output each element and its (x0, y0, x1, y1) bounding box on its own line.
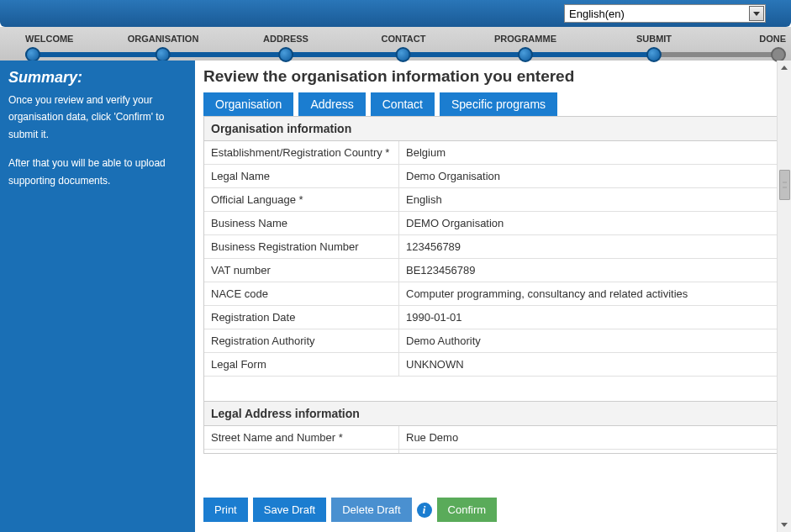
page-title: Review the organisation information you … (203, 67, 783, 86)
table-row: Registration Date1990-01-01 (204, 306, 782, 329)
progress-stepper: WELCOME ORGANISATION ADDRESS CONTACT PRO… (0, 27, 791, 61)
table-row: Official Language *English (204, 188, 782, 212)
table-row: Establishment/Registration Country *Belg… (204, 141, 782, 165)
tab-address[interactable]: Address (298, 92, 365, 116)
tab-organisation[interactable]: Organisation (203, 92, 293, 116)
main-content: Review the organisation information you … (195, 61, 791, 532)
step-address[interactable]: ADDRESS (263, 34, 308, 62)
review-table[interactable]: Organisation information Establishment/R… (203, 116, 783, 454)
action-bar: Print Save Draft Delete Draft i Confirm (203, 498, 497, 522)
step-line-inactive (654, 52, 774, 57)
svg-marker-0 (753, 12, 760, 16)
table-row: Business Registration Number123456789 (204, 235, 782, 259)
section-legal-address: Legal Address information (204, 402, 782, 426)
tab-contact[interactable]: Contact (371, 92, 435, 116)
step-submit[interactable]: SUBMIT (636, 34, 672, 62)
delete-draft-button[interactable]: Delete Draft (331, 498, 411, 522)
save-draft-button[interactable]: Save Draft (253, 498, 326, 522)
table-row: Street Name and Number *Rue Demo (204, 426, 782, 450)
table-row: VAT numberBE123456789 (204, 259, 782, 282)
sidebar-text-2: After that you will be able to upload su… (8, 155, 187, 189)
svg-marker-1 (781, 66, 788, 70)
sidebar-text-1: Once you review and verify your organisa… (8, 92, 187, 143)
tab-row: Organisation Address Contact Specific pr… (203, 92, 783, 116)
step-programme[interactable]: PROGRAMME (494, 34, 556, 62)
language-select[interactable]: English(en) (564, 4, 766, 23)
table-row: Business NameDEMO Organisation (204, 212, 782, 235)
top-bar: English(en) (0, 0, 791, 27)
table-row: Legal NameDemo Organisation (204, 165, 782, 188)
section-organisation-info: Organisation information (204, 117, 782, 141)
scroll-up-arrow-icon[interactable] (778, 61, 791, 75)
step-done: DONE (759, 34, 786, 62)
confirm-button[interactable]: Confirm (437, 498, 498, 522)
summary-sidebar: Summary: Once you review and verify your… (0, 61, 195, 532)
info-icon[interactable]: i (417, 503, 432, 518)
table-row: Registration AuthorityDemo Authority (204, 329, 782, 353)
table-row: NACE codeComputer programming, consultan… (204, 282, 782, 306)
table-row: P.O. Box1 (204, 450, 782, 454)
step-organisation[interactable]: ORGANISATION (128, 34, 199, 62)
scrollbar-thumb[interactable] (779, 170, 790, 200)
sidebar-title: Summary: (8, 69, 187, 87)
dropdown-arrow-icon (749, 6, 764, 21)
table-row: Legal FormUNKNOWN (204, 353, 782, 377)
scroll-down-arrow-icon[interactable] (778, 518, 791, 532)
print-button[interactable]: Print (203, 498, 248, 522)
svg-marker-2 (781, 523, 788, 527)
step-contact[interactable]: CONTACT (382, 34, 426, 62)
language-selected-text: English(en) (569, 8, 625, 20)
step-welcome[interactable]: WELCOME (25, 34, 73, 62)
vertical-scrollbar[interactable] (777, 61, 791, 532)
section-gap (204, 377, 782, 402)
tab-specific-programs[interactable]: Specific programs (440, 92, 557, 116)
